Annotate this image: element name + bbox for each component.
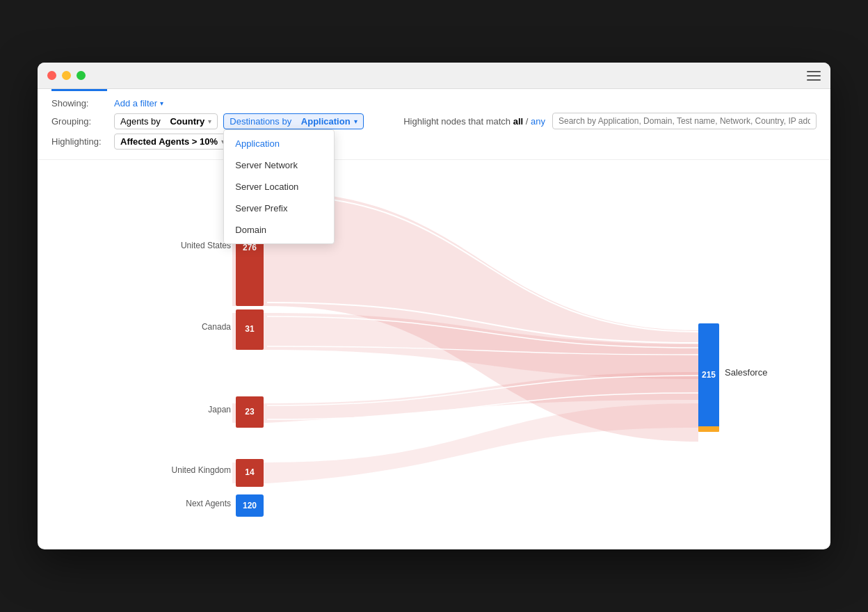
hamburger-menu[interactable] <box>807 71 821 81</box>
node-value-canada: 31 <box>245 324 255 334</box>
label-canada: Canada <box>202 322 231 332</box>
add-filter-button[interactable]: Add a filter ▾ <box>114 98 163 108</box>
toolbar: Showing: Add a filter ▾ Grouping: Agents… <box>38 91 830 160</box>
grouping-label: Grouping: <box>51 116 114 127</box>
node-value-next-agents: 120 <box>243 501 257 510</box>
highlighting-label: Highlighting: <box>51 136 114 147</box>
close-button[interactable] <box>47 71 56 80</box>
dropdown-item-server-prefix[interactable]: Server Prefix <box>224 198 334 219</box>
dropdown-item-domain[interactable]: Domain <box>224 219 334 241</box>
group-right-dropdown-container: Destinations by Application ▾ Applicatio… <box>223 113 363 129</box>
match-all[interactable]: all <box>513 116 523 127</box>
traffic-lights <box>47 71 86 80</box>
dropdown-menu: Application Server Network Server Locati… <box>223 129 335 244</box>
maximize-button[interactable] <box>77 71 86 80</box>
label-uk: United Kingdom <box>172 465 231 475</box>
dropdown-item-server-network[interactable]: Server Network <box>224 154 334 176</box>
node-value-salesforce: 215 <box>702 370 716 380</box>
titlebar <box>38 63 830 89</box>
toolbar-right: Highlight nodes that match all / any <box>403 113 817 129</box>
group-right-dropdown[interactable]: Destinations by Application ▾ <box>223 113 363 129</box>
highlight-search-input[interactable] <box>552 113 817 129</box>
minimize-button[interactable] <box>62 71 71 80</box>
highlighting-row: Highlighting: Affected Agents > 10% ▾ <box>51 134 817 150</box>
sankey-chart: 276 United States 31 Canada 23 Japan 14 … <box>51 167 817 536</box>
showing-row: Showing: Add a filter ▾ <box>51 98 817 108</box>
main-window: Showing: Add a filter ▾ Grouping: Agents… <box>38 63 830 549</box>
chart-area: 276 United States 31 Canada 23 Japan 14 … <box>38 160 830 549</box>
group-left-dropdown[interactable]: Agents by Country ▾ <box>114 113 218 129</box>
label-japan: Japan <box>208 405 231 414</box>
highlight-dropdown[interactable]: Affected Agents > 10% ▾ <box>114 134 231 150</box>
node-value-us: 276 <box>243 243 257 252</box>
grouping-row: Grouping: Agents by Country ▾ Destinatio… <box>51 113 817 129</box>
label-salesforce: Salesforce <box>725 367 767 378</box>
caret-down-icon: ▾ <box>354 118 357 125</box>
node-value-japan: 23 <box>245 407 255 417</box>
match-label: Highlight nodes that match all / any <box>403 116 545 127</box>
node-salesforce-extra <box>698 426 719 432</box>
dropdown-item-server-location[interactable]: Server Location <box>224 176 334 198</box>
caret-down-icon: ▾ <box>160 99 163 107</box>
label-next-agents: Next Agents <box>186 499 231 508</box>
node-value-uk: 14 <box>245 467 255 477</box>
dropdown-item-application[interactable]: Application <box>224 133 334 154</box>
showing-label: Showing: <box>51 98 114 108</box>
caret-down-icon: ▾ <box>208 118 211 125</box>
match-any[interactable]: any <box>531 116 545 127</box>
